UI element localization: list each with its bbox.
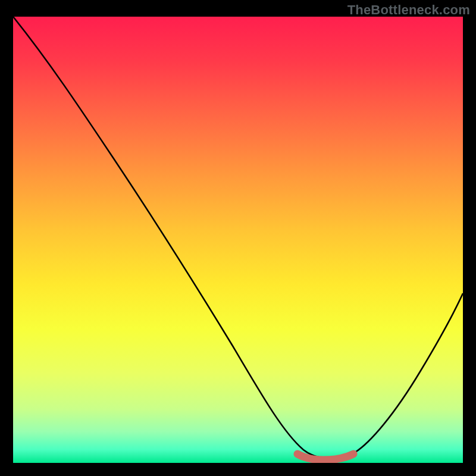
watermark-text: TheBottleneck.com xyxy=(347,2,470,18)
bottleneck-curve xyxy=(13,17,463,463)
curve-path xyxy=(13,17,463,458)
highlight-flat xyxy=(298,454,353,460)
plot-area xyxy=(13,17,463,463)
chart-frame: TheBottleneck.com xyxy=(0,0,476,476)
